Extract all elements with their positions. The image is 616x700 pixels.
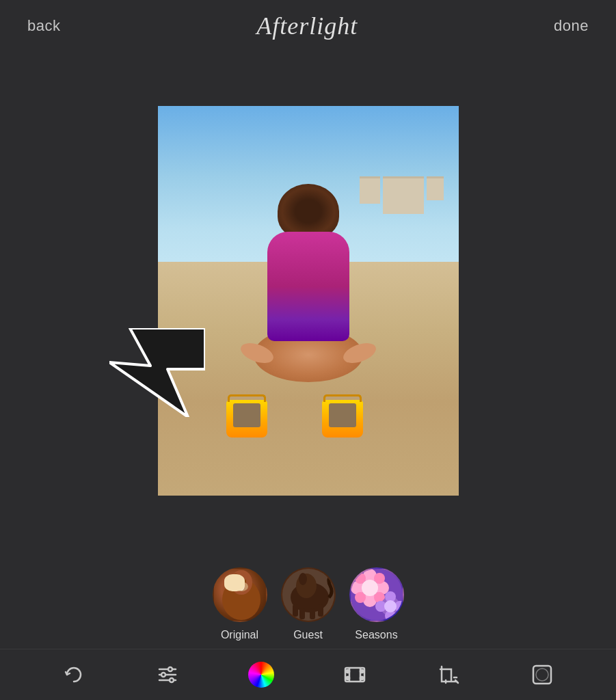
svg-rect-45 [347,670,349,673]
filter-guest-label: Guest [293,629,323,641]
svg-point-8 [243,571,248,580]
svg-point-9 [238,580,245,591]
svg-point-1 [222,579,260,620]
svg-rect-50 [536,669,548,681]
color-wheel-icon [248,662,274,688]
crop-button[interactable] [433,660,464,690]
filter-original-label: Original [221,629,258,641]
vignette-button[interactable] [527,660,557,690]
top-spacer [0,51,616,106]
image-canvas[interactable] [0,106,616,560]
main-photo [158,106,459,496]
svg-point-5 [235,582,248,591]
svg-rect-17 [318,604,323,617]
svg-rect-15 [310,608,315,619]
svg-point-39 [168,667,172,671]
film-button[interactable] [340,660,370,690]
svg-point-35 [384,600,397,612]
svg-rect-48 [360,677,363,679]
app-title: Afterlight [256,12,358,40]
filter-guest[interactable]: Guest [281,567,336,641]
svg-point-41 [170,678,174,682]
arrow-indicator [109,328,205,420]
svg-point-7 [237,571,243,580]
bucket-left [226,400,267,438]
filter-seasons[interactable]: Seasons [349,567,404,641]
color-button[interactable] [246,660,276,690]
buckets [226,400,363,438]
done-button[interactable]: done [554,17,589,35]
filter-seasons-thumb [349,567,404,622]
back-button[interactable]: back [27,17,60,35]
svg-rect-47 [360,670,363,673]
svg-rect-46 [347,677,349,679]
adjust-button[interactable] [152,660,183,690]
filter-bar: Original Guest [0,560,616,649]
bottom-toolbar [0,649,616,700]
app-header: back Afterlight done [0,0,616,51]
bucket-right [322,400,363,438]
filter-original[interactable]: Original [213,567,267,641]
filter-guest-thumb [281,567,336,622]
svg-point-40 [161,673,165,677]
svg-marker-0 [109,328,205,417]
svg-point-6 [236,578,240,582]
svg-point-13 [299,573,307,585]
rotate-button[interactable] [59,660,89,690]
filter-seasons-label: Seasons [355,629,397,641]
girl-head [278,184,339,239]
svg-rect-14 [299,608,305,619]
girl-body [267,232,349,341]
filter-original-thumb [213,567,267,622]
svg-point-29 [362,580,378,596]
svg-rect-16 [293,604,298,617]
svg-point-4 [232,574,239,583]
